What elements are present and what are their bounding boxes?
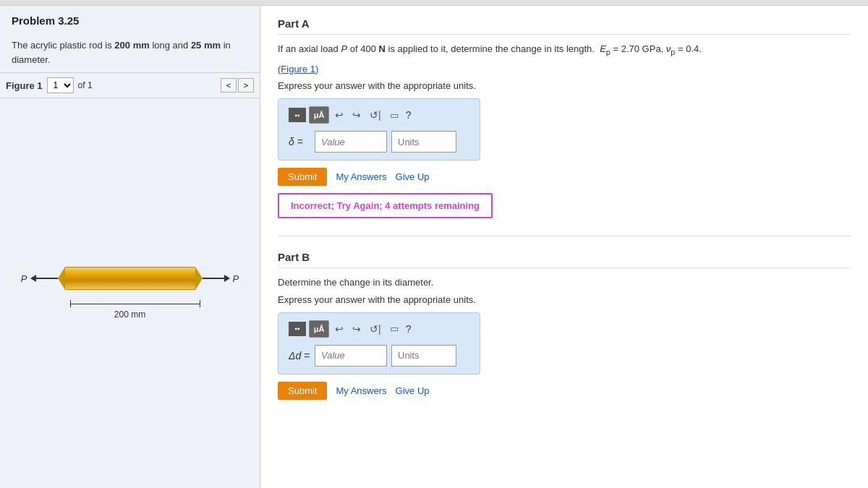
part-b-mu-btn[interactable]: μÂ — [309, 320, 329, 338]
rod-diagram: P P — [21, 267, 239, 320]
part-a-express: Express your answer with the appropriate… — [278, 80, 851, 91]
part-a-reset-btn[interactable]: ↺| — [367, 108, 384, 122]
right-arrow-head — [224, 275, 230, 282]
main-layout: Problem 3.25 The acrylic plastic rod is … — [0, 6, 868, 488]
part-b-my-answers-link[interactable]: My Answers — [336, 385, 386, 396]
figure-of: of 1 — [78, 80, 93, 90]
part-b-title: Part B — [278, 251, 851, 268]
part-a-keyboard-btn[interactable]: ▭ — [387, 108, 401, 122]
part-b-undo-btn[interactable]: ↩ — [332, 322, 346, 336]
length-unit: mm — [133, 40, 150, 51]
part-b-answer-box: ▪▪ μÂ ↩ ↪ ↺| ▭ — [278, 312, 480, 374]
part-a-incorrect-msg: Incorrect; Try Again; 4 attempts remaini… — [278, 193, 493, 218]
diameter-unit: mm — [204, 40, 221, 51]
part-b-icon1-symbol: ▪▪ — [294, 325, 299, 333]
part-b-eq-label: Δd = — [289, 350, 310, 361]
mu-label: μÂ — [314, 111, 325, 119]
part-a-figure-ref: (Figure 1) — [278, 62, 851, 77]
part-a-redo-btn[interactable]: ↪ — [349, 108, 364, 122]
part-b-redo-btn[interactable]: ↪ — [349, 322, 364, 336]
part-a-help-btn[interactable]: ? — [406, 109, 412, 121]
part-b-value-input[interactable] — [315, 345, 387, 367]
dimension-group: 200 mm — [54, 300, 206, 320]
part-a-section: Part A If an axial load P of 400 N is ap… — [278, 17, 851, 218]
dim-line — [71, 304, 200, 304]
part-a-value-input[interactable] — [315, 131, 387, 153]
left-arrow-line — [36, 278, 58, 279]
p-label-right: P — [233, 273, 239, 284]
part-a-my-answers-link[interactable]: My Answers — [336, 171, 386, 182]
figure-controls: Figure 1 1 of 1 < > — [0, 73, 260, 98]
keyboard-icon: ▭ — [390, 110, 399, 121]
part-b-input-row: Δd = — [289, 345, 469, 367]
part-b-description: Determine the change in its diameter. — [278, 275, 851, 290]
dimension-line-row — [70, 300, 200, 307]
right-arrow-line — [203, 278, 224, 279]
part-b-mu-label: μÂ — [314, 325, 325, 333]
description-text: The acrylic plastic rod is 200 mm long a… — [12, 40, 231, 65]
part-b-icon1[interactable]: ▪▪ — [289, 322, 306, 336]
figure-next-btn[interactable]: > — [238, 78, 254, 93]
part-b-keyboard-btn[interactable]: ▭ — [387, 322, 401, 335]
rod-body-wrapper — [58, 267, 203, 290]
left-panel: Problem 3.25 The acrylic plastic rod is … — [0, 6, 260, 488]
problem-title: Problem 3.25 — [0, 6, 260, 33]
part-a-title: Part A — [278, 17, 851, 35]
p-label-left: P — [21, 273, 27, 284]
part-b-redo-icon: ↪ — [352, 323, 361, 335]
part-b-give-up-link[interactable]: Give Up — [396, 385, 430, 396]
part-b-undo-icon: ↩ — [335, 323, 344, 335]
part-b-section: Part B Determine the change in its diame… — [278, 251, 851, 400]
part-divider — [278, 236, 851, 236]
redo-icon: ↪ — [352, 109, 361, 121]
part-a-mu-btn[interactable]: μÂ — [309, 106, 329, 124]
part-a-description: If an axial load P of 400 N is applied t… — [278, 42, 851, 58]
part-a-icon1[interactable]: ▪▪ — [289, 108, 306, 122]
figure-prev-btn[interactable]: < — [221, 78, 237, 93]
length-value: 200 — [114, 40, 130, 51]
part-a-units-input[interactable] — [391, 131, 456, 153]
figure-area: P P — [0, 98, 260, 488]
figure-select[interactable]: 1 — [47, 77, 74, 93]
right-panel: Part A If an axial load P of 400 N is ap… — [260, 6, 868, 488]
part-a-submit-row: Submit My Answers Give Up — [278, 168, 851, 186]
part-b-submit-btn[interactable]: Submit — [278, 382, 327, 400]
part-a-toolbar: ▪▪ μÂ ↩ ↪ ↺| ▭ — [289, 106, 469, 124]
dim-tick-right — [200, 300, 200, 307]
part-b-express: Express your answer with the appropriate… — [278, 294, 851, 305]
part-b-submit-row: Submit My Answers Give Up — [278, 382, 851, 400]
left-arrow-head — [30, 275, 36, 282]
part-a-eq-label: δ = — [289, 136, 310, 147]
rod-cap-left — [58, 267, 65, 290]
reset-icon: ↺| — [370, 109, 381, 121]
part-b-keyboard-icon: ▭ — [390, 323, 399, 334]
part-a-answer-box: ▪▪ μÂ ↩ ↪ ↺| ▭ — [278, 98, 480, 160]
part-b-toolbar: ▪▪ μÂ ↩ ↪ ↺| ▭ — [289, 320, 469, 338]
part-a-undo-btn[interactable]: ↩ — [332, 108, 346, 122]
part-a-give-up-link[interactable]: Give Up — [396, 171, 430, 182]
part-b-units-input[interactable] — [391, 345, 456, 367]
rod-cap-right — [195, 267, 203, 290]
part-b-help-btn[interactable]: ? — [406, 323, 412, 335]
part-a-submit-btn[interactable]: Submit — [278, 168, 327, 186]
problem-description: The acrylic plastic rod is 200 mm long a… — [0, 33, 260, 73]
top-bar — [0, 0, 868, 6]
icon1-symbol: ▪▪ — [294, 111, 299, 119]
undo-icon: ↩ — [335, 109, 344, 121]
figure-label: Figure 1 — [6, 80, 43, 91]
part-b-reset-btn[interactable]: ↺| — [367, 322, 384, 336]
rod-body — [65, 267, 195, 290]
part-a-input-row: δ = — [289, 131, 469, 153]
dim-label: 200 mm — [114, 309, 145, 320]
diameter-value: 25 — [191, 40, 201, 51]
part-b-reset-icon: ↺| — [370, 323, 381, 335]
rod-container: P P — [21, 267, 239, 290]
figure-link-a[interactable]: (Figure 1) — [278, 64, 318, 74]
